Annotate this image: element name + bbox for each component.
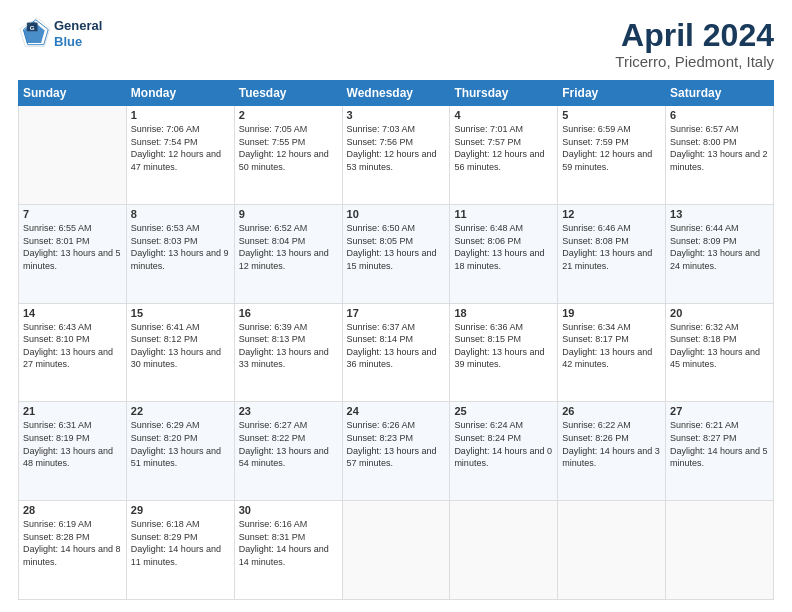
day-cell	[19, 106, 127, 205]
day-cell: 25 Sunrise: 6:24 AMSunset: 8:24 PMDaylig…	[450, 402, 558, 501]
day-cell: 10 Sunrise: 6:50 AMSunset: 8:05 PMDaylig…	[342, 204, 450, 303]
day-cell: 23 Sunrise: 6:27 AMSunset: 8:22 PMDaylig…	[234, 402, 342, 501]
day-number: 27	[670, 405, 769, 417]
day-cell: 1 Sunrise: 7:06 AMSunset: 7:54 PMDayligh…	[126, 106, 234, 205]
day-number: 17	[347, 307, 446, 319]
day-cell: 12 Sunrise: 6:46 AMSunset: 8:08 PMDaylig…	[558, 204, 666, 303]
day-cell: 14 Sunrise: 6:43 AMSunset: 8:10 PMDaylig…	[19, 303, 127, 402]
day-info: Sunrise: 7:06 AMSunset: 7:54 PMDaylight:…	[131, 123, 230, 173]
col-header-monday: Monday	[126, 81, 234, 106]
calendar-subtitle: Tricerro, Piedmont, Italy	[615, 53, 774, 70]
day-cell: 22 Sunrise: 6:29 AMSunset: 8:20 PMDaylig…	[126, 402, 234, 501]
logo-text: General Blue	[54, 18, 102, 49]
day-info: Sunrise: 6:27 AMSunset: 8:22 PMDaylight:…	[239, 419, 338, 469]
day-number: 6	[670, 109, 769, 121]
day-number: 16	[239, 307, 338, 319]
week-row-5: 28 Sunrise: 6:19 AMSunset: 8:28 PMDaylig…	[19, 501, 774, 600]
day-number: 21	[23, 405, 122, 417]
day-info: Sunrise: 6:24 AMSunset: 8:24 PMDaylight:…	[454, 419, 553, 469]
day-info: Sunrise: 6:34 AMSunset: 8:17 PMDaylight:…	[562, 321, 661, 371]
day-info: Sunrise: 6:22 AMSunset: 8:26 PMDaylight:…	[562, 419, 661, 469]
col-header-saturday: Saturday	[666, 81, 774, 106]
day-number: 30	[239, 504, 338, 516]
day-number: 29	[131, 504, 230, 516]
day-cell: 15 Sunrise: 6:41 AMSunset: 8:12 PMDaylig…	[126, 303, 234, 402]
day-cell: 8 Sunrise: 6:53 AMSunset: 8:03 PMDayligh…	[126, 204, 234, 303]
title-block: April 2024 Tricerro, Piedmont, Italy	[615, 18, 774, 70]
day-number: 2	[239, 109, 338, 121]
header: G General Blue April 2024 Tricerro, Pied…	[18, 18, 774, 70]
day-cell: 7 Sunrise: 6:55 AMSunset: 8:01 PMDayligh…	[19, 204, 127, 303]
day-info: Sunrise: 6:19 AMSunset: 8:28 PMDaylight:…	[23, 518, 122, 568]
day-info: Sunrise: 7:01 AMSunset: 7:57 PMDaylight:…	[454, 123, 553, 173]
day-cell	[558, 501, 666, 600]
day-info: Sunrise: 6:55 AMSunset: 8:01 PMDaylight:…	[23, 222, 122, 272]
week-row-2: 7 Sunrise: 6:55 AMSunset: 8:01 PMDayligh…	[19, 204, 774, 303]
day-info: Sunrise: 6:41 AMSunset: 8:12 PMDaylight:…	[131, 321, 230, 371]
day-number: 18	[454, 307, 553, 319]
day-cell: 13 Sunrise: 6:44 AMSunset: 8:09 PMDaylig…	[666, 204, 774, 303]
week-row-3: 14 Sunrise: 6:43 AMSunset: 8:10 PMDaylig…	[19, 303, 774, 402]
col-header-thursday: Thursday	[450, 81, 558, 106]
day-cell: 4 Sunrise: 7:01 AMSunset: 7:57 PMDayligh…	[450, 106, 558, 205]
day-number: 26	[562, 405, 661, 417]
day-number: 14	[23, 307, 122, 319]
day-number: 12	[562, 208, 661, 220]
col-header-sunday: Sunday	[19, 81, 127, 106]
day-cell: 21 Sunrise: 6:31 AMSunset: 8:19 PMDaylig…	[19, 402, 127, 501]
day-info: Sunrise: 6:44 AMSunset: 8:09 PMDaylight:…	[670, 222, 769, 272]
day-number: 15	[131, 307, 230, 319]
day-info: Sunrise: 6:29 AMSunset: 8:20 PMDaylight:…	[131, 419, 230, 469]
day-info: Sunrise: 6:21 AMSunset: 8:27 PMDaylight:…	[670, 419, 769, 469]
calendar-title: April 2024	[615, 18, 774, 53]
day-cell: 18 Sunrise: 6:36 AMSunset: 8:15 PMDaylig…	[450, 303, 558, 402]
day-cell	[666, 501, 774, 600]
week-row-4: 21 Sunrise: 6:31 AMSunset: 8:19 PMDaylig…	[19, 402, 774, 501]
page: G General Blue April 2024 Tricerro, Pied…	[0, 0, 792, 612]
day-number: 4	[454, 109, 553, 121]
day-info: Sunrise: 6:50 AMSunset: 8:05 PMDaylight:…	[347, 222, 446, 272]
day-number: 1	[131, 109, 230, 121]
svg-text:G: G	[30, 24, 35, 31]
day-cell: 17 Sunrise: 6:37 AMSunset: 8:14 PMDaylig…	[342, 303, 450, 402]
logo-icon: G	[18, 18, 50, 50]
week-row-1: 1 Sunrise: 7:06 AMSunset: 7:54 PMDayligh…	[19, 106, 774, 205]
day-info: Sunrise: 6:32 AMSunset: 8:18 PMDaylight:…	[670, 321, 769, 371]
day-cell: 16 Sunrise: 6:39 AMSunset: 8:13 PMDaylig…	[234, 303, 342, 402]
day-info: Sunrise: 6:31 AMSunset: 8:19 PMDaylight:…	[23, 419, 122, 469]
day-info: Sunrise: 6:43 AMSunset: 8:10 PMDaylight:…	[23, 321, 122, 371]
day-cell: 24 Sunrise: 6:26 AMSunset: 8:23 PMDaylig…	[342, 402, 450, 501]
day-info: Sunrise: 6:53 AMSunset: 8:03 PMDaylight:…	[131, 222, 230, 272]
day-number: 11	[454, 208, 553, 220]
day-cell: 30 Sunrise: 6:16 AMSunset: 8:31 PMDaylig…	[234, 501, 342, 600]
logo: G General Blue	[18, 18, 102, 50]
day-cell: 26 Sunrise: 6:22 AMSunset: 8:26 PMDaylig…	[558, 402, 666, 501]
day-cell: 6 Sunrise: 6:57 AMSunset: 8:00 PMDayligh…	[666, 106, 774, 205]
day-info: Sunrise: 6:36 AMSunset: 8:15 PMDaylight:…	[454, 321, 553, 371]
day-info: Sunrise: 6:48 AMSunset: 8:06 PMDaylight:…	[454, 222, 553, 272]
day-info: Sunrise: 6:26 AMSunset: 8:23 PMDaylight:…	[347, 419, 446, 469]
day-number: 5	[562, 109, 661, 121]
day-number: 9	[239, 208, 338, 220]
day-cell: 2 Sunrise: 7:05 AMSunset: 7:55 PMDayligh…	[234, 106, 342, 205]
day-info: Sunrise: 6:39 AMSunset: 8:13 PMDaylight:…	[239, 321, 338, 371]
col-header-tuesday: Tuesday	[234, 81, 342, 106]
day-number: 8	[131, 208, 230, 220]
day-number: 19	[562, 307, 661, 319]
day-info: Sunrise: 7:03 AMSunset: 7:56 PMDaylight:…	[347, 123, 446, 173]
day-cell	[342, 501, 450, 600]
day-info: Sunrise: 6:59 AMSunset: 7:59 PMDaylight:…	[562, 123, 661, 173]
day-info: Sunrise: 6:52 AMSunset: 8:04 PMDaylight:…	[239, 222, 338, 272]
day-number: 10	[347, 208, 446, 220]
calendar-table: SundayMondayTuesdayWednesdayThursdayFrid…	[18, 80, 774, 600]
day-cell	[450, 501, 558, 600]
day-info: Sunrise: 6:18 AMSunset: 8:29 PMDaylight:…	[131, 518, 230, 568]
day-cell: 27 Sunrise: 6:21 AMSunset: 8:27 PMDaylig…	[666, 402, 774, 501]
day-info: Sunrise: 6:57 AMSunset: 8:00 PMDaylight:…	[670, 123, 769, 173]
day-cell: 29 Sunrise: 6:18 AMSunset: 8:29 PMDaylig…	[126, 501, 234, 600]
day-cell: 5 Sunrise: 6:59 AMSunset: 7:59 PMDayligh…	[558, 106, 666, 205]
day-number: 25	[454, 405, 553, 417]
day-number: 24	[347, 405, 446, 417]
day-number: 22	[131, 405, 230, 417]
col-header-friday: Friday	[558, 81, 666, 106]
